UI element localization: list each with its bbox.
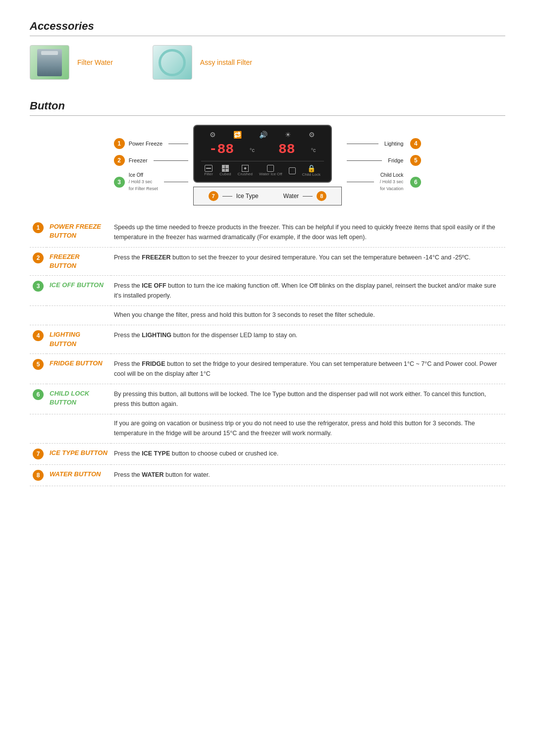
- accessories-row: Filter Water Assy install Filter: [30, 45, 505, 80]
- label-freezer: 2 Freezer: [114, 155, 188, 166]
- description-table: 1 POWER FREEZEBUTTON Speeds up the time …: [30, 217, 505, 486]
- desc-badge-7: 7: [33, 449, 44, 459]
- label-filter: Filter: [204, 172, 213, 176]
- button-divider: [30, 115, 505, 116]
- label-water-ice-off: Water Ice Off: [259, 172, 282, 176]
- fridge-display: ⚙ 🔁 🔊 ☀ ⚙ -88 °c 88 °c Filter: [193, 125, 332, 183]
- desc-title-1: POWER FREEZEBUTTON: [47, 217, 111, 248]
- desc-row-1: 1 POWER FREEZEBUTTON Speeds up the time …: [30, 217, 505, 248]
- desc-title-8: WATER BUTTON: [47, 464, 111, 486]
- label-fridge-text: Fridge: [388, 157, 403, 163]
- label-fridge: Fridge 5: [347, 155, 421, 166]
- accessories-divider: [30, 36, 505, 36]
- desc-num-7: 7: [30, 443, 47, 464]
- desc-row-4: 4 LIGHTING BUTTON Press the LIGHTING but…: [30, 325, 505, 353]
- icon-water-ice-off: Water Ice Off: [259, 165, 282, 176]
- accessory-filter-water: Filter Water: [30, 45, 113, 80]
- desc-content-7: Press the ICE TYPE button to choose cube…: [111, 443, 505, 464]
- desc-num-4: 4: [30, 325, 47, 353]
- label-ice-off-text: Ice Off/ Hold 3 secfor Filter Reset: [129, 172, 158, 192]
- badge-2: 2: [114, 155, 125, 166]
- label-cubed: Cubed: [219, 172, 231, 176]
- desc-num-3: 3: [30, 276, 47, 306]
- bottom-panel: 7 Ice Type Water 8: [193, 187, 342, 205]
- desc-content-6: By pressing this button, all buttons wil…: [111, 384, 505, 414]
- desc-content-1: Speeds up the time needed to freeze prod…: [111, 217, 505, 248]
- desc-extra-content-3: When you change the filter, press and ho…: [111, 306, 505, 325]
- desc-badge-3: 3: [33, 281, 44, 292]
- desc-badge-5: 5: [33, 359, 44, 370]
- desc-row-5: 5 FRIDGE BUTTON Press the FRIDGE button …: [30, 353, 505, 384]
- desc-title-3: ICE OFF BUTTON: [47, 276, 111, 306]
- desc-row-7: 7 ICE TYPE BUTTON Press the ICE TYPE but…: [30, 443, 505, 464]
- icon-blank: [289, 167, 296, 174]
- desc-num-5: 5: [30, 353, 47, 384]
- desc-badge-1: 1: [33, 222, 44, 233]
- desc-content-2: Press the FREEZER button to set the free…: [111, 248, 505, 276]
- accessories-title: Accessories: [30, 20, 505, 33]
- temp-fridge-value: 88: [278, 142, 295, 157]
- label-freezer-text: Freezer: [129, 157, 148, 163]
- filter-water-image: [30, 45, 69, 80]
- icon-settings: ⚙: [210, 131, 216, 139]
- label-ice-type: Ice Type: [236, 193, 259, 200]
- desc-extra-content-6: If you are going on vacation or business…: [111, 414, 505, 443]
- desc-content-5: Press the FRIDGE button to set the fridg…: [111, 353, 505, 384]
- desc-content-8: Press the WATER button for water.: [111, 464, 505, 486]
- desc-row-8: 8 WATER BUTTON Press the WATER button fo…: [30, 464, 505, 486]
- bottom-right-section: Water 8: [283, 191, 327, 201]
- desc-num-6: 6: [30, 384, 47, 414]
- badge-8: 8: [317, 191, 326, 201]
- desc-extra-6: If you are going on vacation or business…: [30, 414, 505, 443]
- desc-badge-4: 4: [33, 330, 44, 341]
- label-child-lock-text: Child Lock/ Hold 3 secfor Vacation: [380, 172, 404, 192]
- assy-filter-label: Assy install Filter: [200, 58, 252, 66]
- desc-title-5: FRIDGE BUTTON: [47, 353, 111, 384]
- badge-6: 6: [410, 177, 421, 188]
- accessory-assy-filter: Assy install Filter: [153, 45, 252, 80]
- icon-filter-bottom: Filter: [204, 165, 213, 176]
- button-title: Button: [30, 100, 505, 112]
- badge-5: 5: [410, 155, 421, 166]
- desc-row-6: 6 CHILD LOCKBUTTON By pressing this butt…: [30, 384, 505, 414]
- badge-3: 3: [114, 177, 125, 188]
- icon-sound: 🔊: [259, 131, 268, 139]
- icon-gear2: ⚙: [309, 131, 315, 139]
- desc-extra-3: When you change the filter, press and ho…: [30, 306, 505, 325]
- desc-title-2: FREEZER BUTTON: [47, 248, 111, 276]
- badge-1: 1: [114, 138, 125, 149]
- temp-fridge-unit: °c: [311, 147, 316, 153]
- assy-filter-image: [153, 45, 192, 80]
- display-top-icons: ⚙ 🔁 🔊 ☀ ⚙: [201, 131, 324, 139]
- panel-diagram: 1 Power Freeze 2 Freezer 3 Ice Off/ Hold…: [30, 125, 505, 205]
- desc-content-3: Press the ICE OFF button to turn the ice…: [111, 276, 505, 306]
- desc-num-1: 1: [30, 217, 47, 248]
- icon-sun: ☀: [285, 131, 291, 139]
- label-power-freeze: 1 Power Freeze: [114, 138, 188, 149]
- icon-child-lock: 🔒 Child Lock: [302, 164, 321, 177]
- desc-title-7: ICE TYPE BUTTON: [47, 443, 111, 464]
- desc-content-4: Press the LIGHTING button for the dispen…: [111, 325, 505, 353]
- display-temps: -88 °c 88 °c: [201, 142, 324, 157]
- temp-freezer-unit: °c: [250, 147, 255, 153]
- label-lighting-text: Lighting: [384, 141, 404, 147]
- desc-num-2: 2: [30, 248, 47, 276]
- icon-cubed: Cubed: [219, 165, 231, 176]
- fridge-display-panel: ⚙ 🔁 🔊 ☀ ⚙ -88 °c 88 °c Filter: [193, 125, 342, 205]
- desc-row-3: 3 ICE OFF BUTTON Press the ICE OFF butto…: [30, 276, 505, 306]
- label-child-lock-side: Child Lock/ Hold 3 secfor Vacation 6: [347, 172, 421, 192]
- label-power-freeze-text: Power Freeze: [129, 141, 162, 147]
- label-ice-off: 3 Ice Off/ Hold 3 secfor Filter Reset: [114, 172, 188, 192]
- desc-badge-6: 6: [33, 389, 44, 400]
- icon-filter: 🔁: [233, 131, 242, 139]
- desc-num-8: 8: [30, 464, 47, 486]
- desc-title-4: LIGHTING BUTTON: [47, 325, 111, 353]
- temp-freezer-value: -88: [209, 142, 234, 157]
- filter-water-label: Filter Water: [77, 58, 113, 66]
- desc-title-6: CHILD LOCKBUTTON: [47, 384, 111, 414]
- bottom-left-section: 7 Ice Type: [209, 191, 259, 201]
- label-child-lock: Child Lock: [302, 172, 321, 177]
- badge-7: 7: [209, 191, 218, 201]
- label-water: Water: [283, 193, 299, 200]
- panel-right-labels: Lighting 4 Fridge 5 Child Lock/ Hold 3 s…: [342, 138, 421, 192]
